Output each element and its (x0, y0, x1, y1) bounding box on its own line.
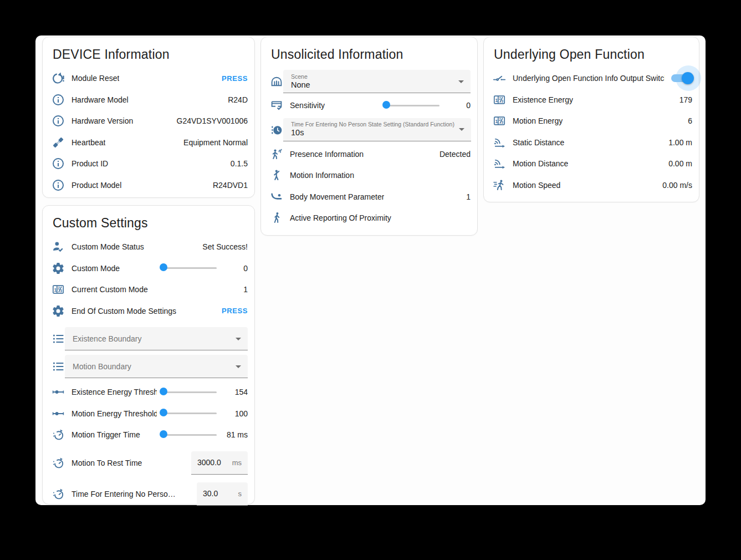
row-label: Motion To Rest Time (71, 459, 142, 467)
row-existence-energy-threshold: Existence Energy Threshold 154 (52, 381, 248, 403)
information-icon (52, 157, 65, 170)
card-title: Underlying Open Function (494, 47, 692, 62)
account-check-icon (52, 240, 65, 253)
info-output-toggle[interactable] (671, 73, 692, 84)
row-label: Underlying Open Function Info Output Swi… (513, 74, 665, 83)
row-motion-energy-threshold: Motion Energy Threshold 100 (52, 403, 248, 425)
signal-distance-icon (493, 136, 506, 149)
motion-sensor-icon (270, 147, 283, 161)
motion-energy-threshold-slider[interactable] (163, 410, 217, 418)
select-label: Existence Boundary (73, 334, 231, 343)
row-label: Static Distance (513, 138, 564, 147)
row-value: G24VD1SYV001006 (177, 116, 248, 125)
row-time-no-person-standard: Time For Entering No Person State Settin… (270, 118, 471, 141)
scene-select[interactable]: Scene None (283, 70, 471, 93)
press-button[interactable]: PRESS (222, 307, 248, 315)
input-unit: s (231, 490, 242, 498)
row-motion-information: Motion Information (270, 165, 471, 186)
restart-alert-icon (52, 72, 65, 85)
row-label: Sensitivity (290, 101, 325, 110)
row-value: 179 (679, 95, 692, 104)
row-active-reporting-proximity: Active Reporting Of Proximity (270, 207, 471, 229)
row-label: Custom Mode Status (71, 242, 144, 251)
slider-thumb[interactable] (160, 409, 167, 416)
chevron-down-icon (458, 80, 464, 83)
row-hardware-model: Hardware Model R24D (52, 89, 248, 111)
timer-icon (52, 456, 65, 470)
row-motion-energy: Motion Energy 6 (493, 110, 692, 132)
row-sensitivity: Sensitivity 0 (270, 95, 471, 116)
row-info-output-switch: Underlying Open Function Info Output Swi… (493, 68, 692, 89)
row-value: R24D (228, 95, 248, 104)
cog-icon (52, 304, 65, 318)
row-product-model: Product Model R24DVD1 (52, 175, 248, 196)
row-value: Equipment Normal (183, 138, 248, 147)
time-no-person-select[interactable]: Time For Entering No Person State Settin… (283, 118, 471, 141)
row-label: Body Movement Parameter (290, 192, 384, 201)
dashboard-page: DEVICE Information Module Reset PRESS Ha… (35, 35, 706, 505)
slider-thumb[interactable] (160, 388, 167, 395)
sensitivity-icon (270, 99, 283, 112)
card-title: Unsolicited Information (271, 47, 471, 62)
row-static-distance: Static Distance 1.00 m (493, 132, 692, 154)
row-label: Hardware Model (71, 95, 129, 104)
information-icon (52, 114, 65, 128)
select-value: 10s (291, 128, 454, 138)
row-motion-speed: Motion Speed 0.00 m/s (493, 175, 692, 196)
scene-icon (270, 75, 283, 88)
information-icon (52, 93, 65, 106)
counter-icon (493, 93, 506, 106)
row-value: Set Success! (202, 242, 248, 251)
motion-to-rest-time-input[interactable]: 3000.0 ms (191, 451, 248, 475)
row-module-reset: Module Reset PRESS (52, 68, 248, 89)
progress-clock-icon (270, 123, 283, 136)
connection-icon (52, 136, 65, 149)
row-value: 0.1.5 (231, 159, 248, 168)
row-motion-distance: Motion Distance 0.00 m (493, 153, 692, 175)
existence-boundary-select[interactable]: Existence Boundary (65, 327, 248, 350)
counter-icon (52, 283, 65, 296)
sensitivity-slider[interactable] (386, 101, 440, 109)
card-title: Custom Settings (53, 216, 248, 231)
row-value: Detected (440, 150, 471, 159)
motion-trigger-time-slider[interactable] (163, 431, 217, 439)
slider-value: 0 (445, 101, 471, 110)
row-value: 1 (243, 285, 248, 294)
row-current-custom-mode: Current Custom Mode 1 (52, 279, 248, 301)
row-value: 0.00 m/s (662, 181, 692, 190)
custom-mode-slider[interactable] (163, 264, 217, 272)
row-label: Hardware Version (71, 116, 133, 125)
row-existence-energy: Existence Energy 179 (493, 89, 692, 111)
row-custom-mode: Custom Mode 0 (52, 258, 248, 279)
slider-thumb[interactable] (382, 101, 390, 109)
row-value: 0.00 m (668, 159, 692, 168)
existence-energy-threshold-slider[interactable] (163, 388, 217, 396)
press-button[interactable]: PRESS (222, 74, 248, 83)
row-label: Motion Information (290, 171, 354, 180)
row-label: Motion Energy (513, 116, 563, 125)
row-label: Motion Trigger Time (71, 430, 140, 439)
select-label: Scene (291, 73, 454, 80)
row-label: Custom Mode (71, 264, 120, 273)
input-value[interactable]: 3000.0 (197, 458, 221, 467)
chevron-down-icon (236, 338, 241, 340)
row-label: Heartbeat (71, 138, 105, 147)
row-label: Existence Energy (513, 95, 573, 104)
run-fast-icon (493, 179, 506, 192)
slider-thumb[interactable] (160, 430, 167, 438)
row-label: Motion Energy Threshold (71, 409, 157, 418)
motion-boundary-select[interactable]: Motion Boundary (65, 355, 248, 378)
slider-thumb[interactable] (160, 263, 167, 271)
row-label: End Of Custom Mode Settings (71, 307, 176, 315)
row-motion-trigger-time: Motion Trigger Time 81 ms (52, 424, 248, 446)
input-value[interactable]: 30.0 (203, 489, 218, 498)
slider-value: 154 (222, 388, 248, 396)
input-unit: ms (224, 459, 242, 467)
row-label: Motion Speed (513, 181, 560, 190)
row-existence-boundary: Existence Boundary (52, 327, 248, 350)
select-label: Motion Boundary (73, 362, 231, 371)
time-entering-no-person-input[interactable]: 30.0 s (197, 482, 248, 506)
row-label: Presence Information (290, 150, 364, 159)
card-custom-settings: Custom Settings Custom Mode Status Set S… (42, 205, 255, 505)
signal-distance-icon (493, 157, 506, 170)
